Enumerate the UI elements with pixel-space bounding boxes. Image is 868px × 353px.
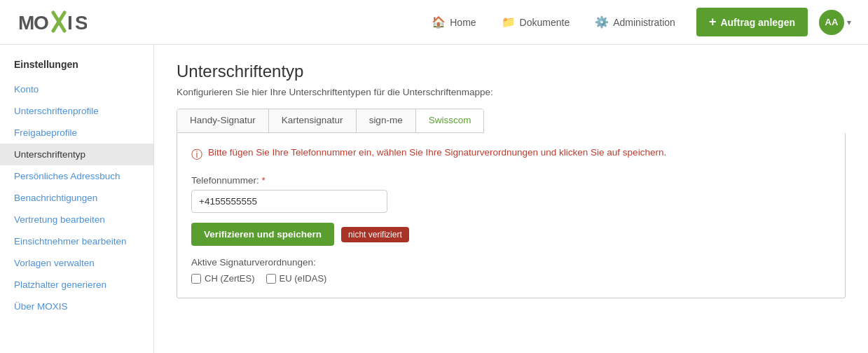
- checkbox-eu-input[interactable]: [266, 274, 276, 284]
- verify-save-button[interactable]: Verifizieren und speichern: [191, 223, 334, 246]
- logo-image: M O I S: [17, 10, 87, 35]
- phone-label: Telefonnummer: *: [191, 175, 831, 186]
- page-title: Unterschriftentyp: [177, 62, 846, 81]
- sidebar-item-einsichtnehmer[interactable]: Einsichtnehmer bearbeiten: [0, 230, 153, 252]
- sidebar-item-vorlagen[interactable]: Vorlagen verwalten: [0, 252, 153, 274]
- folder-icon: 📁: [502, 15, 516, 29]
- phone-input[interactable]: [191, 190, 387, 213]
- svg-text:O: O: [34, 12, 49, 34]
- nav-admin-label: Administration: [613, 17, 675, 28]
- nav-home[interactable]: 🏠 Home: [422, 10, 485, 34]
- tabs: Handy-Signatur Kartensignatur sign-me Sw…: [177, 109, 484, 133]
- unverified-badge: nicht verifiziert: [341, 227, 409, 242]
- nav-home-label: Home: [450, 17, 476, 28]
- checkbox-eu-label: EU (eIDAS): [280, 273, 327, 284]
- sidebar-item-ueber[interactable]: Über MOXIS: [0, 296, 153, 317]
- svg-text:M: M: [18, 12, 34, 34]
- tab-kartensignatur[interactable]: Kartensignatur: [269, 109, 357, 132]
- sidebar-item-vertretung[interactable]: Vertretung bearbeiten: [0, 209, 153, 230]
- sidebar-item-unterschriftenprofile[interactable]: Unterschriftenprofile: [0, 100, 153, 122]
- page-layout: Einstellungen Konto Unterschriftenprofil…: [0, 45, 868, 353]
- tab-content-swisscom: ⓘ Bitte fügen Sie Ihre Telefonnummer ein…: [177, 133, 846, 298]
- page-subtitle: Konfigurieren Sie hier Ihre Unterschrift…: [177, 87, 846, 97]
- sidebar-item-adressbuch[interactable]: Persönliches Adressbuch: [0, 165, 153, 187]
- nav-documents[interactable]: 📁 Dokumente: [492, 10, 580, 34]
- sidebar-item-unterschriftentyp[interactable]: Unterschriftentyp: [0, 144, 153, 165]
- sidebar-heading: Einstellungen: [0, 59, 153, 78]
- main-content: Unterschriftentyp Konfigurieren Sie hier…: [154, 45, 868, 353]
- nav-docs-label: Dokumente: [520, 17, 570, 28]
- checkbox-ch-label: CH (ZertES): [205, 273, 255, 284]
- nav: 🏠 Home 📁 Dokumente ⚙️ Administration + A…: [422, 8, 808, 36]
- alert-info: ⓘ Bitte fügen Sie Ihre Telefonnummer ein…: [191, 147, 831, 162]
- chevron-down-icon[interactable]: ▾: [847, 18, 851, 27]
- sidebar-item-freigabeprofile[interactable]: Freigabeprofile: [0, 122, 153, 144]
- sidebar-item-benachrichtigungen[interactable]: Benachrichtigungen: [0, 187, 153, 209]
- create-order-label: Auftrag anlegen: [720, 17, 795, 28]
- sidebar-item-platzhalter[interactable]: Platzhalter generieren: [0, 274, 153, 296]
- nav-administration[interactable]: ⚙️ Administration: [585, 10, 685, 34]
- checkbox-ch-input[interactable]: [191, 274, 201, 284]
- tab-swisscom[interactable]: Swisscom: [416, 109, 484, 132]
- svg-text:S: S: [75, 12, 87, 34]
- tab-handy-signatur[interactable]: Handy-Signatur: [177, 109, 269, 132]
- avatar[interactable]: AA: [819, 10, 844, 35]
- logo: M O I S: [17, 10, 87, 35]
- avatar-initials: AA: [825, 17, 839, 27]
- svg-text:I: I: [67, 12, 73, 34]
- action-row: Verifizieren und speichern nicht verifiz…: [191, 223, 831, 246]
- header: M O I S 🏠 Home 📁 Dokumente ⚙️ Administra…: [0, 0, 868, 45]
- checkbox-group: CH (ZertES) EU (eIDAS): [191, 273, 831, 284]
- alert-message: Bitte fügen Sie Ihre Telefonnummer ein, …: [208, 147, 666, 158]
- checkbox-ch[interactable]: CH (ZertES): [191, 273, 255, 284]
- gear-icon: ⚙️: [595, 15, 609, 29]
- sidebar-item-konto[interactable]: Konto: [0, 78, 153, 100]
- create-order-button[interactable]: + Auftrag anlegen: [696, 8, 808, 36]
- home-icon: 🏠: [432, 15, 446, 29]
- sig-reg-label: Aktive Signaturverordnungen:: [191, 257, 831, 268]
- plus-icon: +: [709, 15, 717, 29]
- checkbox-eu[interactable]: EU (eIDAS): [266, 273, 327, 284]
- alert-icon: ⓘ: [191, 148, 202, 162]
- tab-sign-me[interactable]: sign-me: [357, 109, 416, 132]
- sidebar: Einstellungen Konto Unterschriftenprofil…: [0, 45, 154, 353]
- required-indicator: *: [262, 175, 266, 186]
